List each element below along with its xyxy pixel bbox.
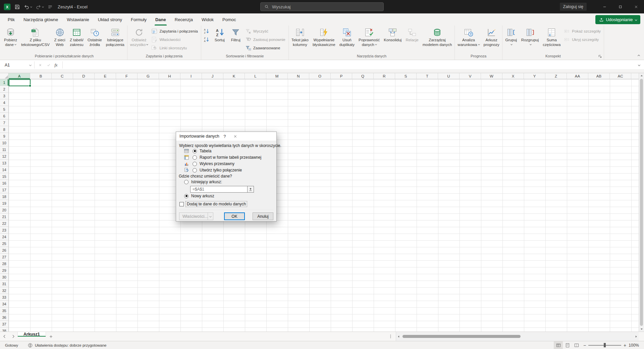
name-box[interactable]: A1 bbox=[0, 60, 34, 69]
row-header-21[interactable]: 21 bbox=[0, 213, 8, 220]
option-istniejacy-arkusz[interactable]: Istniejący arkusz: bbox=[184, 179, 222, 185]
row-header-14[interactable]: 14 bbox=[0, 166, 8, 173]
column-header-S[interactable]: S bbox=[395, 73, 417, 79]
option-nowy-arkusz[interactable]: Nowy arkusz bbox=[184, 193, 214, 199]
add-to-data-model-option[interactable]: Dodaj te dane do modelu danych bbox=[179, 201, 247, 207]
column-header-X[interactable]: X bbox=[502, 73, 524, 79]
quick-access-customize-button[interactable] bbox=[47, 4, 53, 10]
ribbon-usun-duplikaty[interactable]: Usuńduplikaty bbox=[337, 27, 357, 47]
column-header-U[interactable]: U bbox=[438, 73, 460, 79]
column-header-P[interactable]: P bbox=[331, 73, 352, 79]
ribbon-poprawnosc-danych[interactable]: Poprawnośćdanych bbox=[357, 27, 382, 47]
zoom-in-button[interactable]: + bbox=[621, 343, 629, 348]
ribbon-zarzadzaj-modelem-danych[interactable]: Zarządzajmodelem danych bbox=[421, 27, 454, 47]
row-header-3[interactable]: 3 bbox=[0, 93, 8, 99]
row-header-34[interactable]: 34 bbox=[0, 301, 8, 307]
radio-tabela[interactable] bbox=[193, 149, 197, 153]
vertical-scrollbar[interactable] bbox=[639, 73, 644, 332]
view-normal-button[interactable] bbox=[554, 341, 563, 349]
radio-istniejacy-arkusz[interactable] bbox=[184, 180, 189, 184]
row-header-27[interactable]: 27 bbox=[0, 254, 8, 260]
row-header-24[interactable]: 24 bbox=[0, 234, 8, 240]
option-tylko-polaczenie[interactable]: Utwórz tylko połączenie bbox=[184, 167, 261, 173]
column-header-B[interactable]: B bbox=[30, 73, 52, 79]
ribbon-pobierz-dane[interactable]: Pobierzdane bbox=[2, 27, 19, 47]
cancel-button[interactable]: Anuluj bbox=[253, 212, 273, 220]
ribbon-z-pliku-tekstowego-csv[interactable]: CSVZ plikutekstowego/CSV bbox=[19, 27, 52, 47]
ribbon-arkusz-prognozy[interactable]: Arkuszprognozy bbox=[482, 27, 501, 47]
column-header-AC[interactable]: AC bbox=[610, 73, 631, 79]
ribbon-rozgrupuj[interactable]: Rozgrupuj bbox=[519, 27, 541, 47]
zoom-out-button[interactable]: − bbox=[581, 343, 588, 348]
sheet-grid[interactable] bbox=[9, 79, 639, 332]
formula-input[interactable] bbox=[63, 60, 634, 69]
tab-narzedzia-glowne[interactable]: Narzędzia główne bbox=[19, 13, 62, 26]
scroll-down-button[interactable] bbox=[639, 326, 644, 332]
scroll-right-button[interactable] bbox=[633, 334, 639, 339]
collapse-ribbon-button[interactable] bbox=[636, 53, 641, 58]
minimize-button[interactable] bbox=[597, 0, 612, 13]
sheet-nav-right-button[interactable] bbox=[9, 332, 17, 341]
ribbon-analiza-warunkowa[interactable]: ?Analizawarunkowa bbox=[455, 27, 481, 47]
column-header-O[interactable]: O bbox=[309, 73, 331, 79]
insert-function-button[interactable]: fx bbox=[53, 61, 61, 69]
add-sheet-button[interactable] bbox=[46, 332, 56, 341]
tab-plik[interactable]: Plik bbox=[3, 13, 19, 26]
row-header-37[interactable]: 37 bbox=[0, 321, 8, 328]
data-model-checkbox[interactable] bbox=[179, 202, 184, 206]
row-header-29[interactable]: 29 bbox=[0, 267, 8, 274]
tab-widok[interactable]: Widok bbox=[197, 13, 218, 26]
selected-cell[interactable] bbox=[9, 79, 31, 86]
ribbon-sortuj[interactable]: AZSortuj bbox=[212, 27, 228, 43]
option-tabela[interactable]: Tabela bbox=[184, 148, 261, 154]
column-header-Y[interactable]: Y bbox=[524, 73, 545, 79]
collapse-range-button[interactable] bbox=[248, 186, 254, 193]
column-header-F[interactable]: F bbox=[116, 73, 138, 79]
ribbon-z-sieci-web[interactable]: Z sieciWeb bbox=[52, 27, 68, 47]
row-header-9[interactable]: 9 bbox=[0, 133, 8, 140]
row-header-17[interactable]: 17 bbox=[0, 187, 8, 193]
tab-uklad-strony[interactable]: Układ strony bbox=[94, 13, 126, 26]
dialog-launcher-icon[interactable] bbox=[598, 54, 602, 59]
row-header-10[interactable]: 10 bbox=[0, 140, 8, 146]
column-header-AB[interactable]: AB bbox=[588, 73, 610, 79]
column-header-D[interactable]: D bbox=[73, 73, 95, 79]
column-header-AA[interactable]: AA bbox=[567, 73, 588, 79]
share-button[interactable]: Udostępnianie bbox=[595, 15, 640, 24]
ok-button[interactable]: OK bbox=[224, 212, 245, 220]
ribbon-wypelnianie-blyskawiczne[interactable]: Wypełnianiebłyskawiczne bbox=[311, 27, 337, 47]
column-header-T[interactable]: T bbox=[417, 73, 438, 79]
undo-button[interactable] bbox=[24, 4, 32, 10]
row-header-32[interactable]: 32 bbox=[0, 287, 8, 294]
ribbon-konsoliduj[interactable]: Konsoliduj bbox=[382, 27, 404, 43]
tab-dane[interactable]: Dane bbox=[151, 13, 170, 26]
tab-wstawianie[interactable]: Wstawianie bbox=[62, 13, 93, 26]
column-header-M[interactable]: M bbox=[266, 73, 288, 79]
row-header-23[interactable]: 23 bbox=[0, 227, 8, 234]
tab-pomoc[interactable]: Pomoc bbox=[218, 13, 240, 26]
vertical-scroll-thumb[interactable] bbox=[640, 79, 643, 326]
scroll-up-button[interactable] bbox=[639, 73, 644, 79]
row-header-16[interactable]: 16 bbox=[0, 180, 8, 187]
dialog-help-button[interactable]: ? bbox=[219, 132, 230, 141]
row-header-7[interactable]: 7 bbox=[0, 119, 8, 126]
column-header-N[interactable]: N bbox=[288, 73, 309, 79]
sheet-tabs-menu-button[interactable] bbox=[386, 332, 394, 341]
row-header-13[interactable]: 13 bbox=[0, 160, 8, 166]
excel-logo-icon[interactable]: X bbox=[4, 3, 11, 10]
zoom-level[interactable]: 100% bbox=[629, 343, 644, 348]
ribbon-filtruj[interactable]: Filtruj bbox=[228, 27, 244, 43]
sign-in-button[interactable]: Zaloguj się bbox=[560, 3, 587, 11]
row-header-6[interactable]: 6 bbox=[0, 113, 8, 119]
row-header-5[interactable]: 5 bbox=[0, 106, 8, 113]
column-header-Q[interactable]: Q bbox=[352, 73, 374, 79]
row-header-2[interactable]: 2 bbox=[0, 86, 8, 93]
radio-tylko-polaczenie[interactable] bbox=[193, 168, 197, 172]
tab-formuly[interactable]: Formuły bbox=[126, 13, 151, 26]
row-header-36[interactable]: 36 bbox=[0, 314, 8, 321]
view-page-break-button[interactable] bbox=[572, 341, 581, 349]
row-header-26[interactable]: 26 bbox=[0, 247, 8, 254]
column-header-W[interactable]: W bbox=[481, 73, 502, 79]
column-header-K[interactable]: K bbox=[223, 73, 245, 79]
zoom-slider[interactable] bbox=[588, 341, 621, 349]
